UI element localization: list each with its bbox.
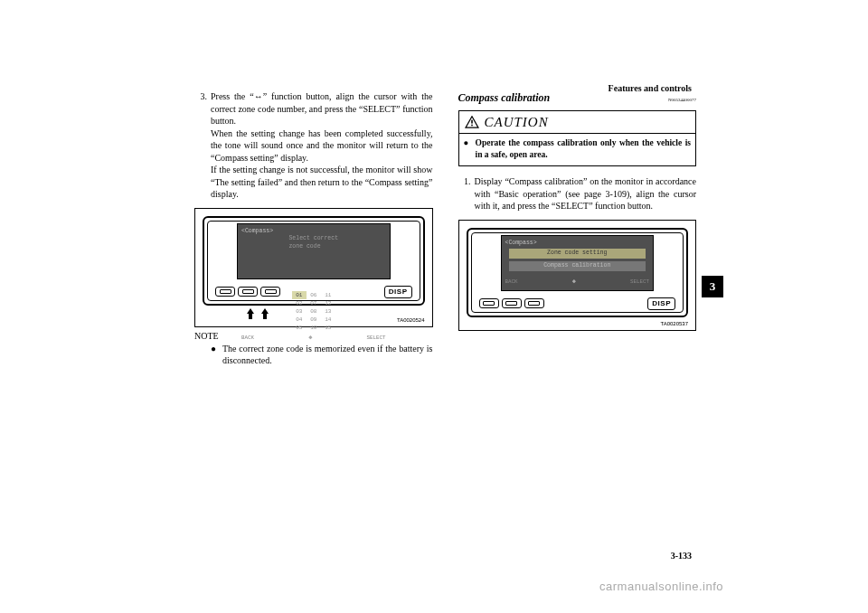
button-row: DISP	[477, 297, 678, 311]
zone-cell: 10	[307, 324, 321, 332]
screen-body: Zone code setting Compass calibration	[505, 247, 650, 276]
softbar-diamond-icon: ◆	[572, 278, 576, 286]
note-bullet: ● The correct zone code is memorized eve…	[194, 343, 433, 367]
device-bezel: <Compass> Zone code setting Compass cali…	[467, 228, 689, 318]
zone-cell: 13	[321, 307, 335, 316]
caution-triangle-icon	[465, 116, 479, 128]
zone-cell: 01	[292, 291, 307, 299]
left-column: 3. Press the “↔” function button, align …	[194, 90, 433, 577]
disp-button: DISP	[384, 286, 412, 299]
zone-code-grid: 010611020712030813040914051015	[292, 291, 335, 332]
zone-cell: 08	[307, 307, 321, 316]
section-header: Features and controls	[609, 83, 692, 93]
figure-1: <Compass> Select correct zone code 01061…	[194, 208, 433, 328]
soft-button-2	[502, 298, 522, 308]
subsection-title: Compass calibration	[458, 90, 551, 105]
softbar-select: SELECT	[367, 335, 386, 342]
zone-cell: 03	[292, 307, 307, 316]
step-3-line2: When the setting change has been complet…	[211, 127, 433, 165]
zone-cell: 04	[292, 316, 307, 324]
softbar-select: SELECT	[630, 278, 649, 286]
step-3-line1: Press the “↔” function button, align the…	[211, 90, 433, 127]
softbar-back: BACK	[505, 278, 518, 286]
soft-button-1	[215, 287, 235, 297]
chapter-tab: 3	[702, 276, 723, 297]
step-body: Display “Compass calibration” on the mon…	[475, 175, 697, 212]
soft-button-group	[479, 298, 544, 308]
watermark: carmanualsonline.info	[599, 580, 723, 593]
figure-code: TA0020537	[467, 320, 689, 327]
softbar-back: BACK	[241, 335, 254, 342]
caution-box: CAUTION ● Operate the compass calibratio…	[458, 110, 697, 166]
step-number: 1.	[458, 175, 471, 212]
step-3-line3: If the setting change is not successful,…	[211, 164, 433, 201]
menu-item-zone: Zone code setting	[509, 249, 646, 259]
zone-cell: 15	[321, 324, 335, 332]
softbar-diamond-icon: ◆	[308, 334, 312, 342]
arrow-up-icon	[247, 308, 254, 314]
device-bezel: <Compass> Select correct zone code 01061…	[203, 216, 425, 306]
zone-cell: 07	[307, 299, 321, 307]
page-number: 3-133	[671, 551, 692, 561]
disp-button: DISP	[647, 297, 675, 311]
step-number: 3.	[194, 90, 207, 201]
monitor-screen: <Compass> Select correct zone code 01061…	[237, 223, 391, 279]
zone-cell: 02	[292, 299, 307, 307]
step-1-text: Display “Compass calibration” on the mon…	[475, 175, 697, 212]
bullet-icon: ●	[464, 137, 471, 161]
menu-item-calibration: Compass calibration	[509, 261, 646, 271]
screen-title: <Compass>	[505, 240, 650, 248]
zone-cell: 05	[292, 324, 307, 332]
soft-button-3	[524, 298, 544, 308]
zone-cell: 11	[321, 291, 335, 299]
svg-rect-0	[471, 120, 473, 124]
caution-body: ● Operate the compass calibration only w…	[459, 134, 696, 165]
zone-cell: 09	[307, 316, 321, 324]
caution-text: Operate the compass calibration only whe…	[476, 137, 692, 161]
zone-cell: 06	[307, 291, 321, 299]
arrow-glyph: ↔	[254, 91, 263, 101]
caution-label: CAUTION	[485, 113, 549, 131]
arrow-up-icon	[261, 308, 269, 314]
screen-softbar: BACK ◆ SELECT	[505, 278, 650, 286]
figure-2: <Compass> Zone code setting Compass cali…	[458, 220, 697, 332]
step-1: 1. Display “Compass calibration” on the …	[458, 175, 697, 212]
soft-button-1	[479, 298, 499, 308]
zone-cell: 12	[321, 299, 335, 307]
svg-rect-1	[471, 125, 473, 127]
bullet-icon: ●	[211, 343, 218, 367]
note-text: The correct zone code is memorized even …	[222, 343, 433, 367]
step-body: Press the “↔” function button, align the…	[211, 90, 433, 201]
monitor-screen: <Compass> Zone code setting Compass cali…	[501, 235, 655, 291]
screen-softbar: BACK ◆ SELECT	[241, 334, 386, 342]
step-3: 3. Press the “↔” function button, align …	[194, 90, 433, 201]
right-column: Compass calibration N00534400077 CAUTION…	[458, 90, 697, 577]
subsection-code: N00534400077	[668, 98, 696, 104]
screen-prompt: Select correct zone code	[288, 235, 338, 284]
page: Features and controls 3 3. Press the “↔”…	[0, 0, 868, 613]
zone-cell: 14	[321, 316, 335, 324]
screen-title: <Compass>	[241, 228, 386, 236]
caution-header: CAUTION	[459, 111, 696, 134]
